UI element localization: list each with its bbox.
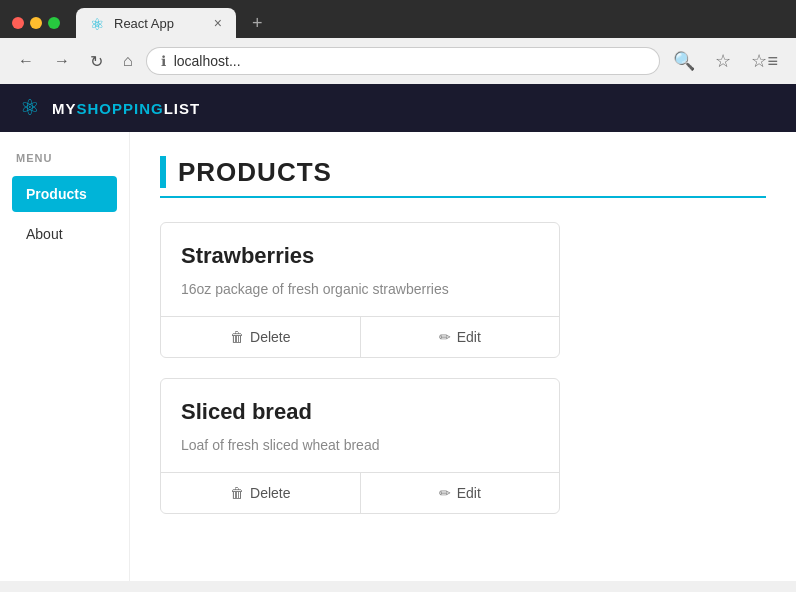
new-tab-button[interactable]: + bbox=[244, 9, 271, 38]
tab-bar: ⚛ React App × + bbox=[0, 0, 796, 38]
info-icon: ℹ bbox=[161, 53, 166, 69]
delete-label: Delete bbox=[250, 485, 290, 501]
window-controls bbox=[12, 17, 60, 29]
product-actions: 🗑 Delete ✏ Edit bbox=[161, 316, 559, 357]
address-bar[interactable]: ℹ localhost... bbox=[147, 48, 660, 74]
active-tab[interactable]: ⚛ React App × bbox=[76, 8, 236, 38]
forward-button[interactable]: → bbox=[48, 48, 76, 74]
maximize-button[interactable] bbox=[48, 17, 60, 29]
app-header: ⚛ MYSHOPPINGLIST bbox=[0, 84, 796, 132]
edit-label: Edit bbox=[457, 329, 481, 345]
trash-icon: 🗑 bbox=[230, 329, 244, 345]
product-card: Strawberries 16oz package of fresh organ… bbox=[160, 222, 560, 358]
react-logo-icon: ⚛ bbox=[20, 95, 40, 121]
edit-icon: ✏ bbox=[439, 485, 451, 501]
product-name: Sliced bread bbox=[181, 399, 539, 425]
sidebar: MENU Products About bbox=[0, 132, 130, 581]
page-title-wrapper: PRODUCTS bbox=[160, 156, 766, 198]
edit-product-button[interactable]: ✏ Edit bbox=[360, 317, 560, 357]
main-content: PRODUCTS Strawberries 16oz package of fr… bbox=[130, 132, 796, 581]
trash-icon: 🗑 bbox=[230, 485, 244, 501]
tab-favicon-icon: ⚛ bbox=[90, 15, 106, 31]
close-button[interactable] bbox=[12, 17, 24, 29]
back-button[interactable]: ← bbox=[12, 48, 40, 74]
delete-label: Delete bbox=[250, 329, 290, 345]
title-accent bbox=[160, 156, 166, 188]
edit-icon: ✏ bbox=[439, 329, 451, 345]
home-button[interactable]: ⌂ bbox=[117, 48, 139, 74]
bookmark-button[interactable]: ☆ bbox=[709, 46, 737, 76]
delete-product-button[interactable]: 🗑 Delete bbox=[161, 317, 360, 357]
tab-close-button[interactable]: × bbox=[214, 16, 222, 30]
product-description: Loaf of fresh sliced wheat bread bbox=[181, 435, 539, 456]
product-card: Sliced bread Loaf of fresh sliced wheat … bbox=[160, 378, 560, 514]
nav-bar: ← → ↻ ⌂ ℹ localhost... 🔍 ☆ ☆≡ bbox=[0, 38, 796, 84]
sidebar-item-about[interactable]: About bbox=[12, 216, 117, 252]
app-brand: MYSHOPPINGLIST bbox=[52, 100, 200, 117]
product-description: 16oz package of fresh organic strawberri… bbox=[181, 279, 539, 300]
bookmarks-bar-button[interactable]: ☆≡ bbox=[745, 46, 784, 76]
page-title: PRODUCTS bbox=[178, 157, 332, 188]
product-actions: 🗑 Delete ✏ Edit bbox=[161, 472, 559, 513]
sidebar-menu-label: MENU bbox=[12, 152, 117, 164]
search-button[interactable]: 🔍 bbox=[667, 46, 701, 76]
minimize-button[interactable] bbox=[30, 17, 42, 29]
delete-product-button-2[interactable]: 🗑 Delete bbox=[161, 473, 360, 513]
product-name: Strawberries bbox=[181, 243, 539, 269]
product-body: Strawberries 16oz package of fresh organ… bbox=[161, 223, 559, 316]
brand-list: LIST bbox=[164, 100, 201, 117]
edit-product-button-2[interactable]: ✏ Edit bbox=[360, 473, 560, 513]
tab-title: React App bbox=[114, 16, 206, 31]
app-body: MENU Products About PRODUCTS Strawberrie… bbox=[0, 132, 796, 581]
brand-my: MY bbox=[52, 100, 77, 117]
edit-label: Edit bbox=[457, 485, 481, 501]
brand-shopping: SHOPPING bbox=[77, 100, 164, 117]
browser-chrome: ⚛ React App × + ← → ↻ ⌂ ℹ localhost... 🔍… bbox=[0, 0, 796, 84]
product-body: Sliced bread Loaf of fresh sliced wheat … bbox=[161, 379, 559, 472]
sidebar-item-products[interactable]: Products bbox=[12, 176, 117, 212]
refresh-button[interactable]: ↻ bbox=[84, 48, 109, 75]
address-text: localhost... bbox=[174, 53, 646, 69]
